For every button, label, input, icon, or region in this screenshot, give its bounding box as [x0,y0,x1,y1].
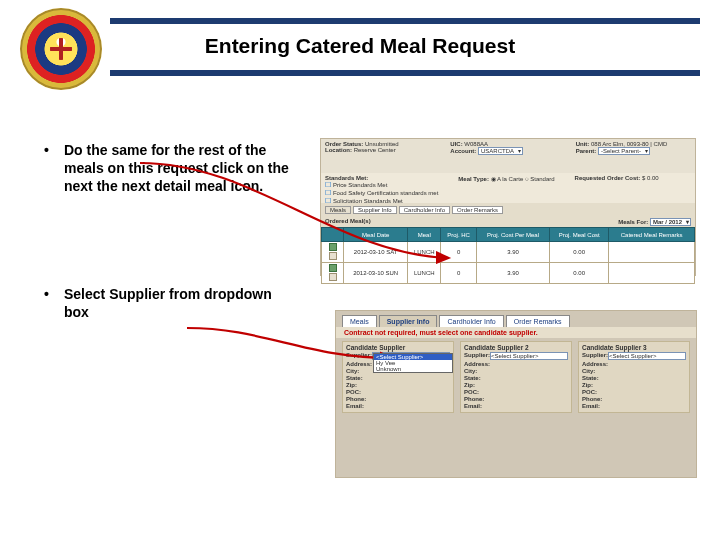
tab-supplier-info[interactable]: Supplier Info [353,206,397,214]
screenshot-supplier-info: Meals Supplier Info Cardholder Info Orde… [335,310,697,478]
account-select[interactable]: USARCTDA [478,147,523,155]
detail-meal-icon[interactable] [329,243,337,251]
col-proj-hc: Proj. HC [441,228,477,242]
ordered-meals-heading: Ordered Meal(s) [325,218,371,224]
candidate-supplier-2: Candidate Supplier 2 Supplier:<Select Su… [460,341,572,413]
supplier-dropdown-menu[interactable]: <Select Supplier> Hy Vee Unknown [373,353,453,373]
tab-cardholder-info[interactable]: Cardholder Info [399,206,450,214]
candidate-heading: Candidate Supplier [346,344,450,351]
col-meal: Meal [408,228,441,242]
supplier-select[interactable]: <Select Supplier> [490,352,568,360]
table-row: 2012-03-10 SAT LUNCH 0 3.90 0.00 [322,242,695,263]
location-label: Location: [325,147,352,153]
standard-checkbox[interactable]: Solicitation Standards Met [325,197,438,205]
tab-meals[interactable]: Meals [342,315,377,327]
tab-cardholder-info[interactable]: Cardholder Info [439,315,503,327]
meals-for-select[interactable]: Mar / 2012 [650,218,691,226]
parent-select[interactable]: -Select Parent- [598,147,650,155]
page-title: Entering Catered Meal Request [0,34,720,58]
requested-cost-value: $ 0.00 [642,175,659,181]
supplier-select[interactable]: <Select Supplier> [608,352,686,360]
tab-order-remarks[interactable]: Order Remarks [452,206,503,214]
candidate-supplier-3: Candidate Supplier 3 Supplier:<Select Su… [578,341,690,413]
candidate-heading: Candidate Supplier 3 [582,344,686,351]
detail-meal-icon[interactable] [329,264,337,272]
meals-for-label: Meals For: [618,219,648,225]
col-meal-date: Meal Date [344,228,408,242]
table-row: 2012-03-10 SUN LUNCH 0 3.90 0.00 [322,263,695,284]
col-icons [322,228,344,242]
col-cost-per-meal: Proj. Cost Per Meal [476,228,549,242]
instruction-item: Do the same for the rest of the meals on… [40,142,300,196]
parent-label: Parent: [576,148,597,154]
standard-checkbox[interactable]: Food Safety Certification standards met [325,189,438,197]
instruction-item: Select Supplier from dropdown box [40,286,300,322]
page-icon[interactable] [329,252,337,260]
candidate-heading: Candidate Supplier 2 [464,344,568,351]
col-remarks: Catered Meal Remarks [609,228,695,242]
account-label: Account: [450,148,476,154]
divider-bottom [110,70,700,76]
tab-order-remarks[interactable]: Order Remarks [506,315,570,327]
page-icon[interactable] [329,273,337,281]
tab-supplier-info[interactable]: Supplier Info [379,315,438,327]
location-value: Reserve Center [354,147,396,153]
candidate-supplier-1: Candidate Supplier Supplier:<Select Supp… [342,341,454,413]
divider-top [110,18,700,24]
contract-warning: Contract not required, must select one c… [336,327,696,338]
instruction-list: Do the same for the rest of the meals on… [40,142,300,412]
col-proj-meal-cost: Proj. Meal Cost [550,228,609,242]
tab-meals[interactable]: Meals [325,206,351,214]
meals-table: Meal Date Meal Proj. HC Proj. Cost Per M… [321,227,695,284]
dropdown-option[interactable]: Unknown [374,366,452,372]
screenshot-order-details: Order Status: Unsubmitted Location: Rese… [320,138,696,276]
requested-cost-label: Requested Order Cost: [575,175,641,181]
mealtype-label: Meal Type: [458,176,489,182]
standard-checkbox[interactable]: Price Standards Met [325,181,438,189]
